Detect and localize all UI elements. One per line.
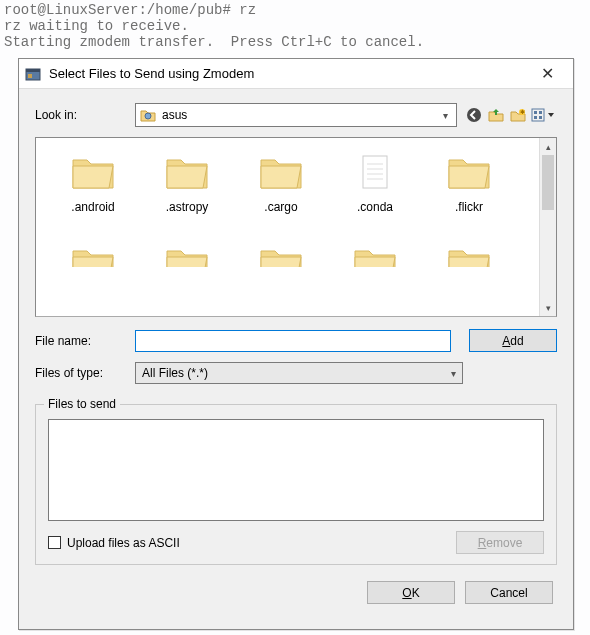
filename-label: File name: (35, 334, 135, 348)
lookin-value: asus (162, 108, 438, 122)
file-name: .flickr (455, 200, 483, 214)
filename-input[interactable] (135, 330, 451, 352)
nav-icons: ✱ (465, 106, 557, 124)
dialog-title: Select Files to Send using Zmodem (49, 66, 527, 81)
svg-point-4 (467, 108, 481, 122)
file-item[interactable] (422, 243, 516, 273)
folder-icon (257, 243, 305, 267)
group-label: Files to send (44, 397, 120, 411)
app-icon (25, 66, 41, 82)
folder-up-icon[interactable] (487, 106, 505, 124)
folder-icon (69, 152, 117, 192)
folder-icon (351, 243, 399, 267)
svg-rect-9 (539, 111, 542, 114)
titlebar: Select Files to Send using Zmodem ✕ (19, 59, 573, 89)
file-item[interactable]: .conda (328, 148, 422, 243)
file-name: .conda (357, 200, 393, 214)
chevron-down-icon: ▾ (438, 110, 452, 121)
file-item[interactable]: .flickr (422, 148, 516, 243)
views-icon[interactable] (531, 106, 557, 124)
file-list[interactable]: .android.astropy.cargo.conda.flickr ▴ ▾ (35, 137, 557, 317)
ok-button[interactable]: OK (367, 581, 455, 604)
close-button[interactable]: ✕ (527, 64, 567, 83)
filetype-label: Files of type: (35, 366, 135, 380)
lookin-label: Look in: (35, 108, 135, 122)
new-folder-icon[interactable]: ✱ (509, 106, 527, 124)
ascii-checkbox[interactable] (48, 536, 61, 549)
folder-icon (257, 152, 305, 192)
file-item[interactable] (234, 243, 328, 273)
file-name: .astropy (166, 200, 209, 214)
svg-rect-10 (534, 116, 537, 119)
scroll-down-icon[interactable]: ▾ (540, 299, 556, 316)
scroll-thumb[interactable] (542, 155, 554, 210)
remove-button: Remove (456, 531, 544, 554)
scroll-up-icon[interactable]: ▴ (540, 138, 556, 155)
terminal-output: root@LinuxServer:/home/pub# rz rz waitin… (0, 0, 590, 50)
ascii-label: Upload files as ASCII (67, 536, 456, 550)
filetype-dropdown[interactable]: All Files (*.*) ▾ (135, 362, 463, 384)
svg-rect-11 (539, 116, 542, 119)
filename-row: File name: Add (35, 329, 557, 352)
file-item[interactable]: .cargo (234, 148, 328, 243)
user-folder-icon (140, 108, 156, 122)
lookin-row: Look in: asus ▾ ✱ (35, 103, 557, 127)
file-item[interactable]: .astropy (140, 148, 234, 243)
folder-icon (163, 152, 211, 192)
files-to-send-list[interactable] (48, 419, 544, 521)
file-item[interactable] (328, 243, 422, 273)
svg-rect-8 (534, 111, 537, 114)
lookin-dropdown[interactable]: asus ▾ (135, 103, 457, 127)
back-icon[interactable] (465, 106, 483, 124)
file-item[interactable]: .android (46, 148, 140, 243)
scrollbar[interactable]: ▴ ▾ (539, 138, 556, 316)
svg-rect-1 (26, 69, 40, 72)
filetype-row: Files of type: All Files (*.*) ▾ (35, 362, 557, 384)
folder-icon (445, 243, 493, 267)
add-button[interactable]: Add (469, 329, 557, 352)
svg-rect-2 (28, 74, 32, 78)
svg-point-3 (145, 113, 151, 119)
file-item[interactable] (46, 243, 140, 273)
folder-icon (69, 243, 117, 267)
svg-rect-7 (532, 109, 544, 121)
file-icon (351, 152, 399, 192)
svg-text:✱: ✱ (520, 109, 525, 115)
svg-rect-12 (363, 156, 387, 188)
file-item[interactable] (140, 243, 234, 273)
dialog-buttons: OK Cancel (35, 581, 557, 604)
folder-icon (445, 152, 493, 192)
file-name: .cargo (264, 200, 297, 214)
files-to-send-group: Files to send Upload files as ASCII Remo… (35, 404, 557, 565)
cancel-button[interactable]: Cancel (465, 581, 553, 604)
folder-icon (163, 243, 211, 267)
file-name: .android (71, 200, 114, 214)
chevron-down-icon: ▾ (451, 368, 456, 379)
file-dialog: Select Files to Send using Zmodem ✕ Look… (18, 58, 574, 630)
